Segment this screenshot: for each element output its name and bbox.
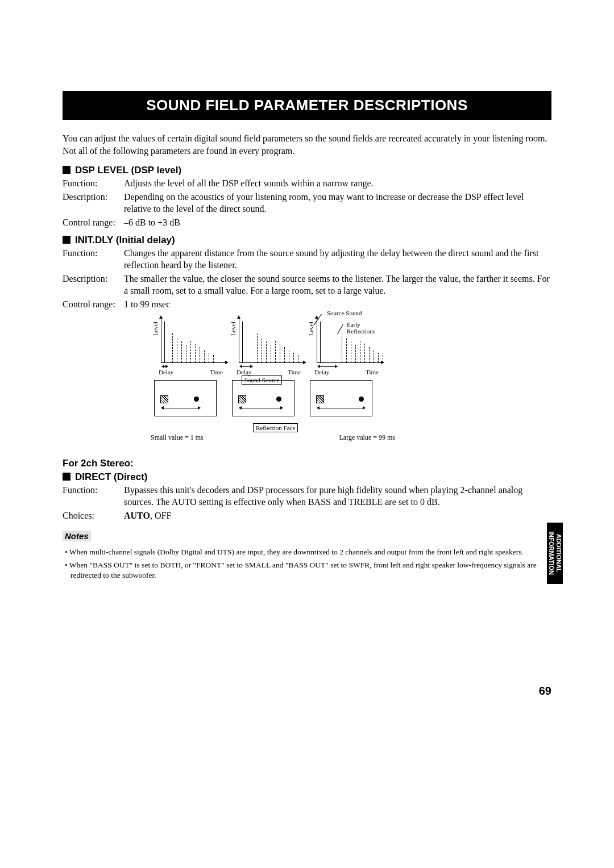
x-axis bbox=[239, 362, 304, 363]
distance-arrow bbox=[317, 408, 365, 408]
side-tab-line2: INFORMATION bbox=[548, 532, 555, 575]
bars-container bbox=[163, 321, 224, 362]
label-description: Description: bbox=[63, 191, 124, 215]
initdly-description-value: The smaller the value, the closer the so… bbox=[124, 273, 551, 297]
label-control-range: Control range: bbox=[63, 298, 124, 311]
choices-rest: , OFF bbox=[150, 511, 171, 520]
dsp-function-value: Adjusts the level of all the DSP effect … bbox=[124, 177, 551, 190]
x-axis bbox=[317, 362, 382, 363]
room-box-large bbox=[310, 380, 372, 416]
page-title: SOUND FIELD PARAMETER DESCRIPTIONS bbox=[63, 91, 551, 120]
delay-label: Delay bbox=[159, 369, 173, 375]
y-axis bbox=[161, 318, 161, 363]
room-diagrams-row bbox=[154, 380, 551, 416]
direct-choices-row: Choices: AUTO, OFF bbox=[63, 510, 551, 522]
distance-arrow bbox=[161, 408, 200, 408]
delay-chart-small: Level bbox=[151, 318, 227, 369]
callout-source-sound: Source Sound bbox=[327, 310, 362, 316]
listener-icon bbox=[316, 395, 324, 403]
section-tab: ADDITIONAL INFORMATION bbox=[547, 523, 563, 584]
label-description: Description: bbox=[63, 273, 124, 297]
delay-label: Delay bbox=[314, 369, 329, 375]
delay-span-arrow bbox=[318, 366, 337, 367]
label-function: Function: bbox=[63, 177, 124, 190]
label-function: Function: bbox=[63, 247, 124, 272]
y-axis bbox=[317, 318, 317, 363]
label-choices: Choices: bbox=[63, 510, 124, 522]
room-box-small bbox=[154, 380, 217, 416]
page-number: 69 bbox=[539, 685, 551, 698]
delay-chart-medium: Level bbox=[229, 318, 305, 369]
square-bullet-icon bbox=[63, 473, 70, 481]
param-heading-init-dly: INIT.DLY (Initial delay) bbox=[63, 235, 551, 246]
page: SOUND FIELD PARAMETER DESCRIPTIONS You c… bbox=[0, 0, 614, 868]
dsp-range-row: Control range: –6 dB to +3 dB bbox=[63, 216, 551, 229]
chart-axis-labels: Delay Time Delay Time Delay Time bbox=[151, 369, 551, 375]
label-function: Function: bbox=[63, 484, 124, 508]
initdly-function-value: Changes the apparent distance from the s… bbox=[124, 247, 551, 272]
initdly-range-value: 1 to 99 msec bbox=[124, 298, 551, 311]
dsp-function-row: Function: Adjusts the level of all the D… bbox=[63, 177, 551, 190]
heading-text: DIRECT (Direct) bbox=[75, 471, 148, 482]
y-axis-label: Level bbox=[230, 321, 237, 335]
heading-text: INIT.DLY (Initial delay) bbox=[75, 235, 175, 245]
direct-function-row: Function: Bypasses this unit's decoders … bbox=[63, 484, 551, 508]
room-box-medium bbox=[232, 380, 294, 416]
source-dot-icon bbox=[194, 397, 199, 402]
delay-span-arrow bbox=[240, 366, 252, 367]
notes-heading: Notes bbox=[63, 531, 91, 541]
distance-arrow bbox=[239, 408, 283, 408]
initial-delay-diagram: Source Sound Early Reflections Level Lev… bbox=[151, 318, 551, 442]
charts-row: Level Level Level bbox=[151, 318, 551, 369]
bars-container bbox=[241, 321, 302, 362]
time-label: Time bbox=[288, 369, 301, 375]
x-axis bbox=[161, 362, 226, 363]
delay-span-arrow bbox=[162, 366, 168, 367]
chart-label-pair: Delay Time bbox=[229, 369, 306, 375]
bars-container bbox=[319, 321, 380, 362]
time-label: Time bbox=[210, 369, 223, 375]
square-bullet-icon bbox=[63, 236, 70, 244]
chart-label-pair: Delay Time bbox=[151, 369, 229, 375]
square-bullet-icon bbox=[63, 166, 70, 174]
callout-reflection-face: Reflection Face bbox=[253, 423, 298, 432]
note-item: When "BASS OUT" is set to BOTH, or "FRON… bbox=[63, 560, 551, 581]
small-value-caption: Small value = 1 ms bbox=[151, 433, 204, 442]
intro-text: You can adjust the values of certain dig… bbox=[63, 132, 551, 157]
initdly-function-row: Function: Changes the apparent distance … bbox=[63, 247, 551, 272]
note-item: When multi-channel signals (Dolby Digita… bbox=[63, 547, 551, 557]
time-label: Time bbox=[366, 369, 379, 375]
initdly-range-row: Control range: 1 to 99 msec bbox=[63, 298, 551, 311]
direct-choices-value: AUTO, OFF bbox=[124, 510, 551, 522]
stereo-subheading: For 2ch Stereo: bbox=[63, 458, 551, 469]
dsp-range-value: –6 dB to +3 dB bbox=[124, 216, 551, 229]
y-axis-label: Level bbox=[152, 321, 159, 335]
source-dot-icon bbox=[359, 397, 364, 402]
heading-text: DSP LEVEL (DSP level) bbox=[75, 165, 181, 176]
direct-function-value: Bypasses this unit's decoders and DSP pr… bbox=[124, 484, 551, 508]
listener-icon bbox=[160, 395, 168, 403]
value-captions: Small value = 1 ms Large value = 99 ms bbox=[151, 433, 395, 442]
chart-label-pair: Delay Time bbox=[306, 369, 384, 375]
delay-chart-large: Level bbox=[306, 318, 383, 369]
initdly-description-row: Description: The smaller the value, the … bbox=[63, 273, 551, 297]
dsp-description-row: Description: Depending on the acoustics … bbox=[63, 191, 551, 215]
param-heading-dsp-level: DSP LEVEL (DSP level) bbox=[63, 165, 551, 176]
large-value-caption: Large value = 99 ms bbox=[339, 433, 395, 442]
y-axis bbox=[239, 318, 239, 363]
side-tab-line1: ADDITIONAL bbox=[555, 534, 562, 573]
delay-label: Delay bbox=[237, 369, 251, 375]
y-axis-label: Level bbox=[308, 321, 314, 335]
choices-bold: AUTO bbox=[124, 511, 150, 520]
listener-icon bbox=[238, 395, 246, 403]
param-heading-direct: DIRECT (Direct) bbox=[63, 471, 551, 483]
dsp-description-value: Depending on the acoustics of your liste… bbox=[124, 191, 551, 215]
label-control-range: Control range: bbox=[63, 216, 124, 229]
source-dot-icon bbox=[276, 397, 281, 402]
